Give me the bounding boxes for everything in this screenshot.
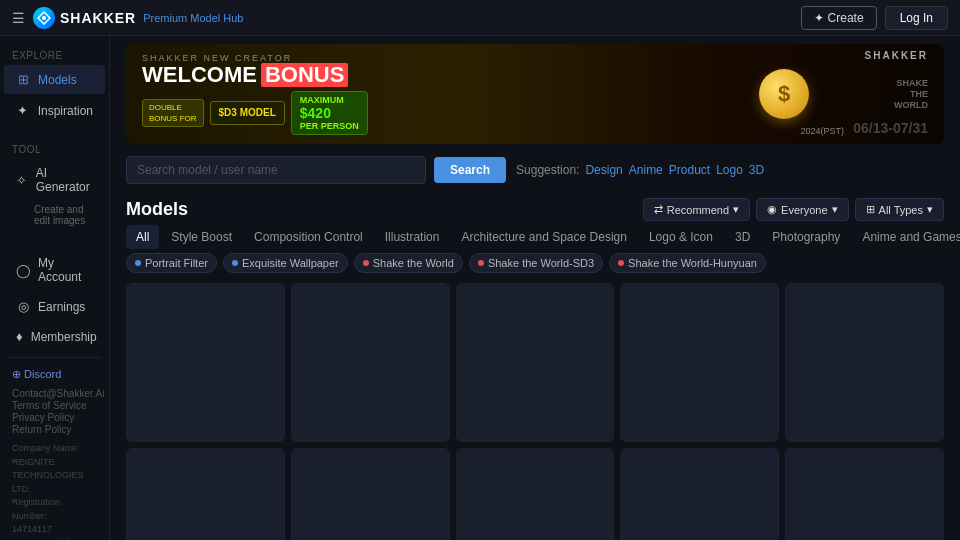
sidebar-item-earnings[interactable]: ◎ Earnings [4,292,105,321]
everyone-chevron: ▾ [832,203,838,216]
recommend-button[interactable]: ⇄ Recommend ▾ [643,198,750,221]
inspiration-icon: ✦ [16,103,30,118]
suggestion-label: Suggestion: [516,163,579,177]
topbar-right: ✦ Create Log In [801,6,948,30]
sidebar-item-membership[interactable]: ♦ Membership [4,322,105,351]
tab-3d[interactable]: 3D [725,225,760,249]
filter-row: Portrait Filter Exquisite Wallpaper Shak… [110,249,960,277]
suggestion-logo[interactable]: Logo [716,163,743,177]
table-row[interactable] [126,448,285,540]
filter-dot-sd3 [478,260,484,266]
filter-portrait[interactable]: Portrait Filter [126,253,217,273]
filter-shake-sd3[interactable]: Shake the World-SD3 [469,253,603,273]
sidebar-item-earnings-label: Earnings [38,300,85,314]
banner-bonus-text: BONUS [261,63,348,87]
hamburger-icon[interactable]: ☰ [12,10,25,26]
tab-style-boost[interactable]: Style Boost [161,225,242,249]
models-title: Models [126,199,188,220]
earnings-icon: ◎ [16,299,30,314]
registration-no: 14714117 [12,523,97,537]
table-row[interactable] [291,448,450,540]
card-image [457,449,614,540]
filter-dot-wallpaper [232,260,238,266]
suggestion-product[interactable]: Product [669,163,710,177]
card-image [292,449,449,540]
recommend-chevron: ▾ [733,203,739,216]
banner-double-pill: DOUBLE BONUS FOR [142,99,204,127]
everyone-button[interactable]: ◉ Everyone ▾ [756,198,848,221]
tab-architecture[interactable]: Architecture and Space Design [451,225,636,249]
discord-link[interactable]: ⊕ Discord [0,364,109,385]
tab-all[interactable]: All [126,225,159,249]
logo-icon [33,7,55,29]
terms-link[interactable]: Terms of Service [12,400,97,411]
all-types-label: All Types [879,204,923,216]
filter-dot-shake [363,260,369,266]
filter-shake-world[interactable]: Shake the World [354,253,463,273]
suggestion-anime[interactable]: Anime [629,163,663,177]
table-row[interactable] [620,448,779,540]
search-input[interactable] [126,156,426,184]
suggestion-3d[interactable]: 3D [749,163,764,177]
filter-dot-hunyuan [618,260,624,266]
account-icon: ◯ [16,263,30,278]
table-row[interactable] [456,283,615,442]
return-link[interactable]: Return Policy [12,424,97,435]
sidebar-item-inspiration-label: Inspiration [38,104,93,118]
banner-year-pst: 2024(PST) [800,126,844,136]
all-types-button[interactable]: ⊞ All Types ▾ [855,198,944,221]
ai-generator-sub: Create and edit images [0,202,109,228]
sidebar-item-models[interactable]: ⊞ Models [4,65,105,94]
filter-shake-label: Shake the World [373,257,454,269]
suggestion-design[interactable]: Design [585,163,622,177]
discord-label: Discord [24,368,61,380]
table-row[interactable] [620,283,779,442]
main-content: SHAKKER SHAKKER NEW CREATOR WELCOME BONU… [110,36,960,540]
table-row[interactable] [785,283,944,442]
tool-section-label: Tool [0,138,109,158]
card-image [292,284,449,441]
table-row[interactable] [291,283,450,442]
tab-illustration[interactable]: Illustration [375,225,450,249]
filter-portrait-label: Portrait Filter [145,257,208,269]
filter-shake-hunyuan[interactable]: Shake the World-Hunyuan [609,253,766,273]
tab-logo[interactable]: Logo & Icon [639,225,723,249]
models-controls: ⇄ Recommend ▾ ◉ Everyone ▾ ⊞ All Types ▾ [643,198,944,221]
models-icon: ⊞ [16,72,30,87]
recommend-label: Recommend [667,204,729,216]
sidebar-divider-3 [8,357,101,358]
search-box [126,156,426,184]
banner[interactable]: SHAKKER SHAKKER NEW CREATOR WELCOME BONU… [126,44,944,144]
login-button[interactable]: Log In [885,6,948,30]
models-grid [110,277,960,540]
table-row[interactable] [456,448,615,540]
card-image [621,284,778,441]
svg-point-1 [42,16,46,20]
sidebar-item-inspiration[interactable]: ✦ Inspiration [4,96,105,125]
banner-shakker-logo: SHAKKER [865,50,928,61]
sidebar-item-my-account[interactable]: ◯ My Account [4,249,105,291]
contact-link[interactable]: Contact@Shakker.Ai [12,388,97,399]
tab-anime[interactable]: Anime and Games [852,225,960,249]
all-types-chevron: ▾ [927,203,933,216]
layout: Explore ⊞ Models ✦ Inspiration Tool ✧ AI… [0,36,960,540]
address-label: Company Address: [12,537,97,541]
create-button[interactable]: ✦ Create [801,6,876,30]
banner-amount-pill: MAXIMUM $420 PER PERSON [291,91,368,135]
card-image [786,284,943,441]
sidebar-item-ai-generator[interactable]: ✧ AI Generator [4,159,105,201]
privacy-link[interactable]: Privacy Policy [12,412,97,423]
tabs-row: All Style Boost Composition Control Illu… [110,225,960,249]
models-header: Models ⇄ Recommend ▾ ◉ Everyone ▾ ⊞ All … [110,190,960,225]
sliders-icon: ⇄ [654,203,663,216]
explore-section-label: Explore [0,44,109,64]
table-row[interactable] [126,283,285,442]
tab-photography[interactable]: Photography [762,225,850,249]
search-button[interactable]: Search [434,157,506,183]
logo-sub: Premium Model Hub [143,12,243,24]
tab-composition[interactable]: Composition Control [244,225,373,249]
card-image [127,449,284,540]
table-row[interactable] [785,448,944,540]
filter-wallpaper[interactable]: Exquisite Wallpaper [223,253,348,273]
card-image [457,284,614,441]
